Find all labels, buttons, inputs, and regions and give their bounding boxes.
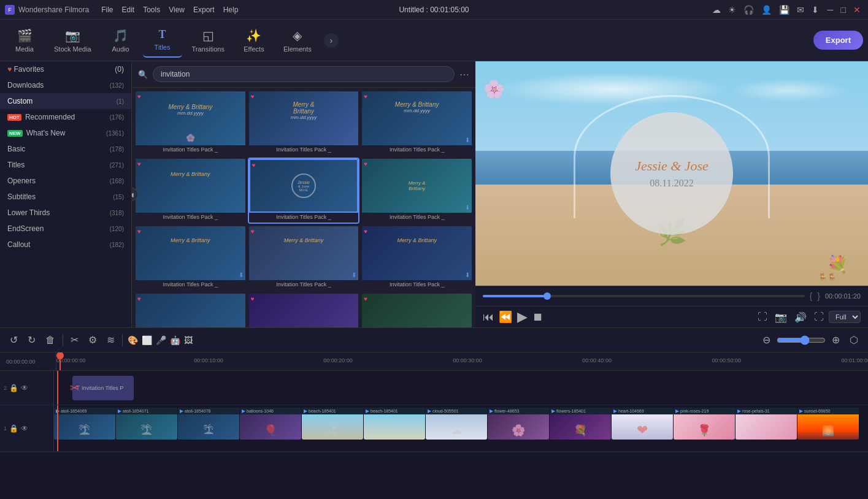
volume-icon[interactable]: 🔊 [794, 311, 807, 323]
thumb-heart-5[interactable]: ♥ [252, 162, 256, 169]
thumb-item-12[interactable]: ♥ [361, 292, 473, 327]
more-tools-button[interactable]: › [324, 33, 339, 48]
clip-balloons[interactable]: ▶balloons-1046 🎈 [240, 408, 301, 440]
quality-select[interactable]: Full 1/2 1/4 [829, 311, 861, 323]
grid-layout-icon[interactable]: ⋯ [459, 69, 469, 80]
sidebar-item-recommended[interactable]: HOT Recommended (176) [0, 109, 131, 125]
eye-icon-1[interactable]: 👁 [21, 424, 28, 433]
thumb-heart-7[interactable]: ♥ [137, 228, 141, 235]
sidebar-item-whats-new[interactable]: NEW What's New (1361) [0, 125, 131, 141]
clip-atoll-3[interactable]: ▶atoll-1854078 🏝 [178, 408, 239, 440]
tool-titles[interactable]: T Titles [143, 23, 182, 58]
redo-button[interactable]: ↻ [25, 333, 38, 347]
tool-effects[interactable]: ✨ Effects [234, 23, 274, 58]
thumb-heart-10[interactable]: ♥ [137, 295, 141, 302]
tool-elements[interactable]: ◈ Elements [276, 23, 319, 58]
stop-button[interactable]: ⏹ [532, 311, 543, 324]
thumb-item-1[interactable]: Merry & Brittany mm.dd.yyyy 🌸 ♥ Invitati… [134, 90, 247, 156]
tool-audio[interactable]: 🎵 Audio [101, 23, 140, 58]
clip-sunset[interactable]: ▶sunset-69850 🌅 [797, 408, 859, 440]
sidebar-item-basic[interactable]: Basic (178) [0, 141, 131, 157]
clip-beach-1[interactable]: ▶beach-185401 🏖 [302, 408, 363, 440]
thumb-heart-12[interactable]: ♥ [364, 295, 367, 302]
lock-icon-1[interactable]: 🔒 [9, 424, 18, 433]
mask-icon[interactable]: ⬜ [142, 335, 152, 345]
clip-beach-2[interactable]: ▶beach-185401 [364, 408, 425, 440]
zoom-slider[interactable] [777, 335, 826, 345]
user-icon[interactable]: 👤 [761, 5, 772, 15]
sidebar-item-callout[interactable]: Callout (182) [0, 237, 131, 253]
zoom-in-button[interactable]: ⊕ [829, 333, 842, 347]
sidebar-item-openers[interactable]: Openers (168) [0, 173, 131, 189]
menu-tools[interactable]: Tools [143, 6, 160, 14]
tool-transitions[interactable]: ◱ Transitions [185, 23, 232, 58]
export-button[interactable]: Export [813, 31, 863, 50]
thumb-item-7[interactable]: Merry & Brittany ♥ ⬇ Invitation Titles P… [134, 225, 247, 291]
mic-icon[interactable]: 🎤 [156, 335, 166, 345]
menu-view[interactable]: View [169, 6, 185, 14]
mail-icon[interactable]: ✉ [797, 5, 804, 15]
sidebar-item-custom[interactable]: Custom (1) [0, 93, 131, 109]
thumb-heart-2[interactable]: ♥ [251, 93, 255, 100]
thumb-heart-11[interactable]: ♥ [251, 295, 255, 302]
thumb-item-10[interactable]: ♥ [134, 292, 247, 327]
fullscreen-icon[interactable]: ⛶ [814, 311, 824, 322]
thumb-heart-1[interactable]: ♥ [137, 93, 141, 100]
play-button[interactable]: ▶ [517, 309, 528, 325]
menu-export[interactable]: Export [193, 6, 215, 14]
clip-pink-roses[interactable]: ▶pink-roses-219 🌹 [674, 408, 735, 440]
progress-handle[interactable] [543, 292, 551, 300]
sidebar-item-titles[interactable]: Titles (271) [0, 157, 131, 173]
tool-media[interactable]: 🎬 Media [5, 23, 44, 58]
menu-edit[interactable]: Edit [122, 6, 135, 14]
timeline-scrubber[interactable] [483, 295, 805, 297]
fit-button[interactable]: ⬡ [847, 333, 861, 347]
thumb-heart-9[interactable]: ♥ [364, 228, 367, 235]
thumb-item-3[interactable]: Merry & Brittany mm.dd.yyyy ♥ ⬇ Invitati… [361, 90, 473, 156]
overlay-icon[interactable]: 🖼 [184, 335, 193, 345]
clip-cloud[interactable]: ▶cloud-505501 ☁ [426, 408, 487, 440]
bracket-right[interactable]: } [817, 291, 820, 301]
clip-flower[interactable]: ▶flower-48653 🌸 [488, 408, 549, 440]
bracket-left[interactable]: { [810, 291, 813, 301]
thumb-item-6[interactable]: Merry & Brittany ♥ ⬇ Invitation Titles P… [361, 158, 473, 224]
close-button[interactable]: ✕ [851, 5, 863, 15]
cloud-icon[interactable]: ☁ [712, 5, 721, 15]
ai-icon[interactable]: 🤖 [170, 335, 180, 345]
sidebar-item-favorites[interactable]: ♥ Favorites (0) [0, 61, 131, 77]
rewind-button[interactable]: ⏮ [483, 311, 494, 324]
ruler-content[interactable]: 00:00:00:00 00:00:10:00 00:00:20:00 00:0… [56, 352, 866, 370]
thumb-item-5[interactable]: Jessie & Jose M·I·E ♥ Invitation Titles … [248, 158, 360, 224]
color-grade-icon[interactable]: 🎨 [128, 335, 138, 345]
clip-heart[interactable]: ▶heart-104669 ❤ [612, 408, 673, 440]
headset-icon[interactable]: 🎧 [743, 5, 754, 15]
thumb-heart-6[interactable]: ♥ [364, 161, 367, 167]
tool-stock-media[interactable]: 📷 Stock Media [47, 23, 99, 58]
zoom-out-button[interactable]: ⊖ [760, 333, 773, 347]
resize-icon[interactable]: ⛶ [758, 311, 767, 322]
snapshot-icon[interactable]: 📷 [775, 311, 787, 323]
search-input[interactable] [153, 66, 455, 82]
step-back-button[interactable]: ⏪ [499, 310, 512, 324]
clip-rose-petals[interactable]: ▶rose-petals-31 [735, 408, 797, 440]
clip-flowers[interactable]: ▶flowers-185401 💐 [550, 408, 611, 440]
lock-icon-2[interactable]: 🔒 [9, 384, 18, 392]
thumb-heart-4[interactable]: ♥ [137, 161, 141, 167]
settings-button[interactable]: ⚙ [86, 333, 99, 347]
save-icon[interactable]: 💾 [779, 5, 789, 15]
title-clip[interactable]: T Invitation Titles P [72, 376, 134, 400]
thumb-item-8[interactable]: Merry & Brittany ♥ ⬇ Invitation Titles P… [248, 225, 360, 291]
audio-levels-button[interactable]: ≋ [104, 333, 117, 347]
eye-icon-2[interactable]: 👁 [21, 384, 28, 392]
sun-icon[interactable]: ☀ [728, 5, 736, 15]
thumb-item-4[interactable]: Merry & Brittany ♥ Invitation Titles Pac… [134, 158, 247, 224]
sidebar-item-downloads[interactable]: Downloads (132) [0, 77, 131, 93]
maximize-button[interactable]: □ [839, 5, 848, 15]
thumb-item-11[interactable]: ♥ [248, 292, 360, 327]
thumb-heart-8[interactable]: ♥ [251, 228, 255, 235]
thumb-item-2[interactable]: Merry & Brittany mm.dd.yyyy ♥ Invitation… [248, 90, 360, 156]
download-icon[interactable]: ⬇ [812, 5, 819, 15]
menu-file[interactable]: File [101, 6, 113, 14]
sidebar-item-subtitles[interactable]: Subtitles (15) [0, 189, 131, 205]
thumb-heart-3[interactable]: ♥ [364, 93, 367, 100]
